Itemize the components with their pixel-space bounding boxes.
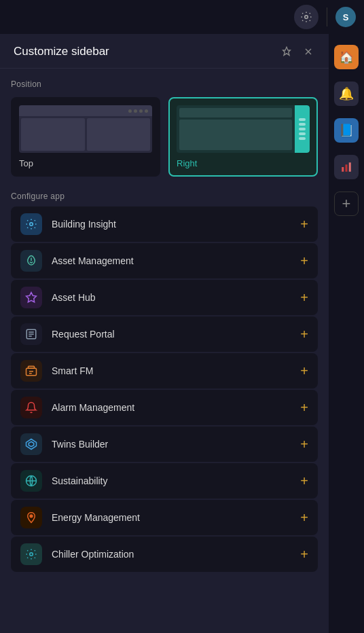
app-icon-building-insight [20, 213, 42, 235]
pin-button[interactable] [280, 45, 293, 58]
app-add-twins-builder[interactable]: + [300, 437, 308, 451]
divider [327, 7, 327, 26]
app-name-sustainability: Sustainability [52, 475, 291, 486]
top-bar: S [0, 0, 364, 34]
layout-right-preview [177, 105, 310, 153]
app-add-sustainability[interactable]: + [300, 474, 308, 488]
app-item-request-portal[interactable]: Request Portal + [11, 316, 318, 352]
app-add-asset-management[interactable]: + [300, 254, 308, 268]
svg-point-0 [305, 16, 308, 19]
app-add-chiller-optimization[interactable]: + [300, 547, 308, 561]
app-add-asset-hub[interactable]: + [300, 291, 308, 304]
app-item-alarm-management[interactable]: Alarm Management + [11, 390, 318, 425]
layout-top-preview [19, 105, 152, 153]
app-icon-asset-management [20, 250, 42, 272]
app-item-building-insight[interactable]: Building Insight + [11, 206, 318, 242]
app-icon-request-portal [20, 323, 42, 345]
app-name-asset-management: Asset Management [52, 255, 291, 266]
customize-sidebar-panel: Customize sidebar Position [0, 34, 329, 633]
app-name-twins-builder: Twins Builder [52, 439, 291, 450]
panel-header: Customize sidebar [0, 34, 329, 69]
app-icon-smart-fm [20, 360, 42, 382]
sidebar-icon-book[interactable]: 📘 [334, 118, 359, 143]
app-name-request-portal: Request Portal [52, 329, 291, 340]
app-add-request-portal[interactable]: + [300, 327, 308, 341]
app-icon-energy-management [20, 507, 42, 528]
position-section-label: Position [11, 79, 318, 89]
app-name-smart-fm: Smart FM [52, 365, 291, 376]
app-name-alarm-management: Alarm Management [52, 402, 291, 413]
app-item-asset-management[interactable]: Asset Management + [11, 243, 318, 278]
app-item-chiller-optimization[interactable]: Chiller Optimization + [11, 537, 318, 572]
app-list: Building Insight + Asset Management + [11, 206, 318, 572]
svg-rect-13 [29, 366, 35, 368]
app-add-smart-fm[interactable]: + [300, 364, 308, 378]
position-top-label: Top [19, 158, 33, 168]
svg-point-19 [30, 553, 33, 556]
app-icon-twins-builder [20, 433, 42, 455]
user-avatar: S [335, 7, 356, 27]
app-name-asset-hub: Asset Hub [52, 292, 291, 303]
svg-marker-17 [29, 441, 34, 447]
panel-actions [280, 45, 315, 58]
svg-point-18 [30, 515, 33, 518]
sidebar-icon-bell[interactable]: 🔔 [334, 82, 359, 106]
close-button[interactable] [302, 45, 315, 58]
app-name-building-insight: Building Insight [52, 219, 291, 230]
app-name-chiller-optimization: Chiller Optimization [52, 549, 291, 560]
app-item-energy-management[interactable]: Energy Management + [11, 500, 318, 535]
app-item-smart-fm[interactable]: Smart FM + [11, 353, 318, 388]
app-item-sustainability[interactable]: Sustainability + [11, 463, 318, 499]
configure-section-label: Configure app [11, 192, 318, 201]
svg-point-6 [30, 223, 33, 226]
position-right-label: Right [177, 158, 197, 168]
svg-marker-16 [26, 439, 37, 450]
sidebar-icon-chart[interactable] [334, 155, 359, 179]
svg-rect-1 [342, 167, 344, 172]
position-card-top[interactable]: Top [11, 97, 160, 177]
app-add-energy-management[interactable]: + [300, 511, 308, 524]
app-icon-chiller-optimization [20, 543, 42, 565]
svg-rect-3 [349, 162, 351, 172]
app-item-twins-builder[interactable]: Twins Builder + [11, 427, 318, 462]
app-add-building-insight[interactable]: + [300, 217, 308, 231]
position-card-right[interactable]: Right [168, 97, 318, 177]
sidebar-icon-plus[interactable]: + [334, 192, 359, 216]
app-add-alarm-management[interactable]: + [300, 401, 308, 414]
svg-rect-2 [346, 164, 348, 172]
panel-title: Customize sidebar [14, 45, 109, 58]
app-icon-asset-hub [20, 287, 42, 308]
right-sidebar: 🏠 🔔 📘 + [329, 34, 364, 633]
svg-marker-7 [26, 293, 37, 302]
gear-button[interactable] [294, 5, 318, 29]
sidebar-icon-home[interactable]: 🏠 [334, 45, 359, 69]
panel-body: Position Top [0, 69, 329, 633]
user-initial: S [343, 12, 349, 22]
position-grid: Top Right [11, 97, 318, 177]
app-icon-alarm-management [20, 397, 42, 418]
app-name-energy-management: Energy Management [52, 512, 291, 523]
app-icon-sustainability [20, 470, 42, 492]
app-item-asset-hub[interactable]: Asset Hub + [11, 280, 318, 315]
